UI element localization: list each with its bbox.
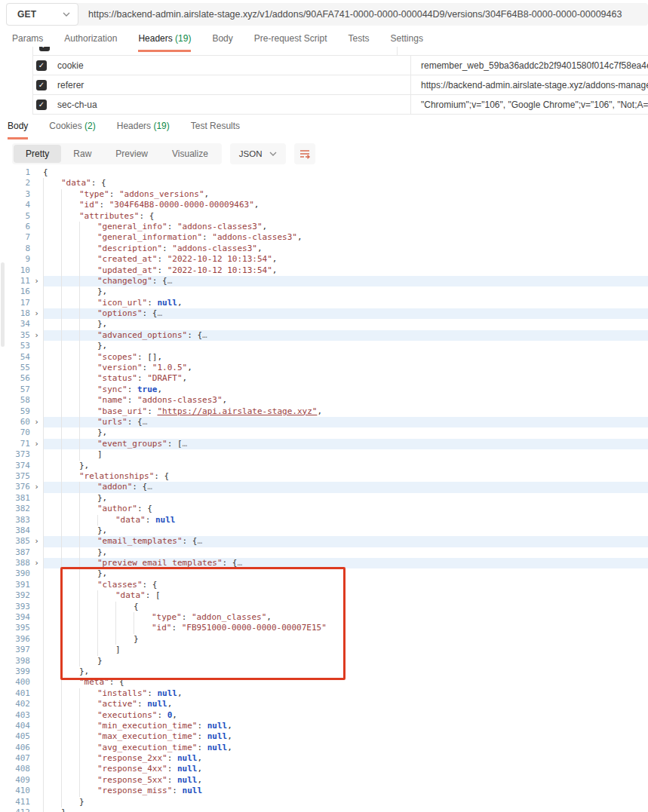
- header-key[interactable]: sec-ch-ua: [47, 100, 410, 110]
- header-value[interactable]: https://backend-admin.airslate-stage.xyz…: [410, 75, 648, 94]
- header-checkbox[interactable]: ✓: [36, 60, 47, 71]
- code-line: 17"icon_url": null,: [0, 298, 648, 308]
- fold-gutter: [30, 395, 43, 406]
- code-line: 376›"addon": {…: [0, 482, 648, 492]
- response-tab-headers[interactable]: Headers (19): [117, 121, 170, 139]
- code-text: "name": "addons-classes3",: [43, 395, 648, 406]
- code-line: 70},: [0, 427, 648, 438]
- fold-gutter: [30, 189, 43, 200]
- code-line: 2"data": {: [0, 178, 648, 188]
- method-selector[interactable]: GET: [6, 3, 78, 26]
- view-mode-raw[interactable]: Raw: [61, 145, 103, 163]
- response-tab-test-results[interactable]: Test Results: [191, 121, 240, 139]
- header-row: ✓sec-ch-ua"Chromium";v="106", "Google Ch…: [33, 95, 648, 115]
- fold-arrow-icon[interactable]: ›: [30, 308, 43, 319]
- header-value[interactable]: remember_web_59ba36addc2b2f9401580f014c7…: [410, 56, 648, 75]
- fold-gutter: [30, 743, 43, 753]
- fold-gutter: [30, 200, 43, 210]
- code-text: "response_miss": null: [43, 786, 648, 796]
- code-line: 409"response_5xx": null,: [0, 775, 648, 786]
- code-text: "response_4xx": null,: [43, 764, 648, 774]
- code-text: ]: [43, 449, 648, 460]
- code-line: 6"general_info": "addons-classes3",: [0, 222, 648, 232]
- scrollbar-thumb[interactable]: [1, 262, 5, 347]
- fold-gutter: [30, 385, 43, 395]
- code-line: 16},: [0, 286, 648, 297]
- code-text: "type": "addons_versions",: [43, 189, 648, 200]
- left-scrollbar[interactable]: [0, 167, 5, 812]
- fold-arrow-icon[interactable]: ›: [30, 482, 43, 492]
- code-text: "general_info": "addons-classes3",: [43, 222, 648, 232]
- fold-gutter: [30, 656, 43, 666]
- header-checkbox[interactable]: ✓: [36, 100, 47, 110]
- code-line: 401"installs": null,: [0, 688, 648, 699]
- format-dropdown[interactable]: JSON: [230, 143, 286, 164]
- header-row: ✓cookieremember_web_59ba36addc2b2f940158…: [33, 56, 648, 75]
- beautify-button[interactable]: [294, 143, 315, 164]
- header-checkbox[interactable]: ✓: [36, 80, 47, 90]
- view-mode-visualize[interactable]: Visualize: [160, 145, 220, 163]
- fold-gutter: [30, 688, 43, 699]
- code-line: 373]: [0, 449, 648, 460]
- code-text: {: [43, 602, 648, 612]
- fold-gutter: [30, 612, 43, 623]
- code-line: 18›"options": {…: [0, 308, 648, 319]
- fold-gutter: [30, 786, 43, 796]
- code-text: "relationships": {: [43, 471, 648, 482]
- header-row-partial: ✓: [33, 47, 648, 56]
- fold-gutter: [30, 623, 43, 633]
- format-label: JSON: [239, 149, 263, 158]
- code-text: "data": [: [43, 590, 648, 601]
- code-text: "event_groups": […: [43, 439, 648, 449]
- code-line: 34},: [0, 319, 648, 329]
- tab-count: (2): [84, 121, 96, 131]
- fold-gutter: [30, 699, 43, 709]
- fold-arrow-icon[interactable]: ›: [30, 558, 43, 568]
- code-text: "active": null,: [43, 699, 648, 709]
- fold-arrow-icon[interactable]: ›: [30, 536, 43, 547]
- code-text: "description": "addons-classes3",: [43, 244, 648, 254]
- code-line: 399},: [0, 666, 648, 677]
- fold-arrow-icon[interactable]: ›: [30, 417, 43, 427]
- view-mode-pretty[interactable]: Pretty: [14, 145, 61, 163]
- fold-arrow-icon[interactable]: ›: [30, 276, 43, 286]
- code-line: 402"active": null,: [0, 699, 648, 709]
- fold-gutter: [30, 449, 43, 460]
- code-text: ]: [43, 645, 648, 655]
- fold-gutter: [30, 493, 43, 504]
- code-text: "max_execution_time": null,: [43, 731, 648, 742]
- code-line: 388›"preview_email_templates": {…: [0, 558, 648, 568]
- code-line: 407"response_2xx": null,: [0, 753, 648, 764]
- code-line: 1{: [0, 167, 648, 178]
- code-text: },: [43, 568, 648, 579]
- code-text: }: [43, 656, 648, 666]
- header-value[interactable]: "Chromium";v="106", "Google Chrome";v="1…: [410, 95, 648, 114]
- code-line: 8"description": "addons-classes3",: [0, 244, 648, 254]
- fold-arrow-icon[interactable]: ›: [30, 330, 43, 341]
- code-line: 403"executions": 0,: [0, 710, 648, 721]
- fold-gutter: [30, 764, 43, 774]
- view-mode-preview[interactable]: Preview: [103, 145, 160, 163]
- response-tab-body[interactable]: Body: [8, 121, 28, 139]
- response-tab-cookies[interactable]: Cookies (2): [49, 121, 95, 139]
- code-text: },: [43, 427, 648, 438]
- beautify-icon: [299, 148, 311, 160]
- code-text: "updated_at": "2022-10-12 10:13:54",: [43, 265, 648, 276]
- code-line: 7"general_information": "addons-classes3…: [0, 232, 648, 243]
- header-key[interactable]: referer: [47, 80, 410, 90]
- request-url-input[interactable]: https://backend-admin.airslate-stage.xyz…: [78, 9, 648, 20]
- code-text: },: [43, 319, 648, 329]
- fold-gutter: [30, 298, 43, 308]
- header-checkbox[interactable]: ✓: [39, 47, 50, 51]
- code-text: }: [43, 807, 648, 812]
- code-line: 54"scopes": [],: [0, 352, 648, 363]
- header-key[interactable]: cookie: [47, 60, 410, 71]
- fold-gutter: [30, 515, 43, 526]
- code-line: 392"data": [: [0, 590, 648, 601]
- fold-gutter: [30, 178, 43, 188]
- code-text: },: [43, 493, 648, 504]
- code-text: },: [43, 286, 648, 297]
- header-value: [397, 47, 648, 55]
- fold-arrow-icon[interactable]: ›: [30, 439, 43, 449]
- code-text: "urls": {…: [43, 417, 648, 427]
